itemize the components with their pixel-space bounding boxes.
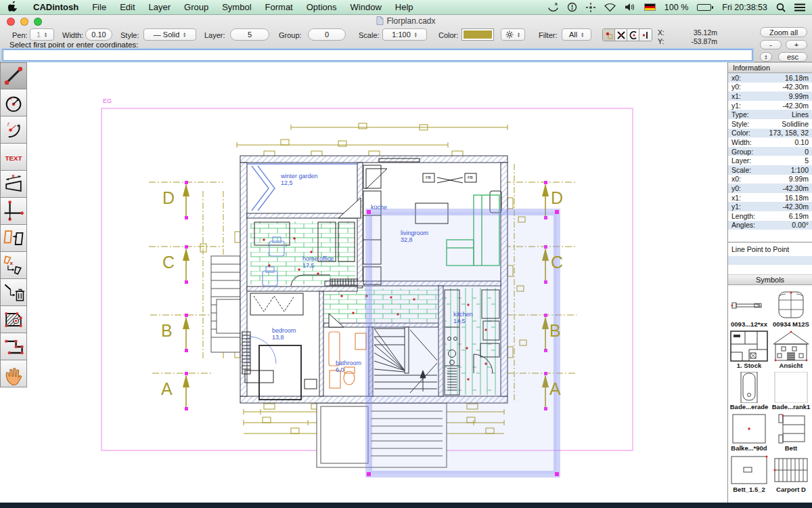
ortho-line-tool[interactable] xyxy=(0,198,27,225)
symbol-item[interactable]: Bade...rank1 xyxy=(770,372,812,410)
settings-dropdown[interactable]: ▲▼ xyxy=(501,28,525,41)
menu-file[interactable]: File xyxy=(85,2,113,12)
menu-options[interactable]: Options xyxy=(300,2,344,12)
svg-text:TEXT: TEXT xyxy=(5,154,22,161)
symbol-item[interactable]: Bett_1.5_2 xyxy=(728,454,770,493)
grid-letter-c-left: C xyxy=(162,253,175,272)
menubar-clock[interactable]: Fri 20:38:53 xyxy=(722,3,767,12)
arc-tool[interactable]: r xyxy=(0,117,27,144)
dimension-tool[interactable]: x xyxy=(0,171,27,198)
group-field[interactable]: 0 xyxy=(308,28,346,41)
pan-tool[interactable] xyxy=(0,360,27,387)
zoom-out-button[interactable]: - xyxy=(760,40,782,49)
grid-letter-a-left: A xyxy=(161,379,173,399)
symbol-item[interactable]: Bade...erade xyxy=(728,372,770,410)
scale-dropdown[interactable]: 1:100▲▼ xyxy=(382,28,427,41)
info-row: Group:0 xyxy=(728,147,812,156)
history-stepper[interactable]: ▲▼ xyxy=(760,52,772,62)
wifi-icon[interactable] xyxy=(604,3,616,12)
beam-symbol-thumbnail xyxy=(731,413,767,444)
page-label: EG xyxy=(103,98,112,104)
pen-stepper[interactable]: 1▲▼ xyxy=(30,28,54,41)
esc-button[interactable]: esc xyxy=(778,52,807,62)
information-rows: x0:16.18m y0:-42.30m x1:9.99m y1:-42.30m… xyxy=(728,73,812,230)
menu-edit[interactable]: Edit xyxy=(113,2,141,12)
snap-endpoint-button[interactable] xyxy=(639,29,652,41)
zoom-in-button[interactable]: + xyxy=(786,40,807,49)
symbol-item[interactable]: Ansicht xyxy=(770,331,812,369)
room-label-kueche: küche xyxy=(371,205,387,211)
cursor-x-value: 35.12m xyxy=(680,28,717,37)
snap-intersection-button[interactable] xyxy=(615,29,627,41)
svg-text:x: x xyxy=(10,260,14,266)
apple-menu[interactable] xyxy=(0,1,26,14)
text-tool-icon: TEXT xyxy=(1,145,26,169)
filter-dropdown[interactable]: All▲▼ xyxy=(562,28,591,41)
color-swatch[interactable] xyxy=(461,28,494,41)
symbol-item[interactable]: 00934 M12S xyxy=(770,289,812,328)
line-tool-icon xyxy=(1,64,26,88)
copy-tool[interactable] xyxy=(0,225,27,252)
selection-overlay[interactable] xyxy=(369,212,557,474)
style-label: Style: xyxy=(120,31,139,39)
notification-center-icon[interactable] xyxy=(794,3,805,12)
svg-text:x: x xyxy=(12,173,15,179)
info-row: x1:16.18m xyxy=(728,193,812,203)
symbol-item[interactable]: Bett xyxy=(770,413,812,452)
menu-group[interactable]: Group xyxy=(177,2,215,12)
layer-field[interactable]: 5 xyxy=(230,28,269,41)
grid-letter-b-left: B xyxy=(161,321,173,341)
spotlight-search-icon[interactable] xyxy=(776,3,786,12)
menu-format[interactable]: Format xyxy=(258,2,300,12)
info-row: x0:16.18m xyxy=(728,73,812,83)
scale-label: Scale: xyxy=(359,31,380,39)
carport-symbol-thumbnail xyxy=(773,454,809,486)
hatch-tool[interactable] xyxy=(0,306,27,333)
menu-help[interactable]: Help xyxy=(388,2,420,12)
volume-icon[interactable] xyxy=(625,3,635,12)
polyline-tool[interactable] xyxy=(0,333,27,360)
arc-tool-icon: r xyxy=(1,118,26,142)
symbols-grid: 0093...12*xx 00934 M12S 1. Stock Ansicht… xyxy=(728,285,812,493)
snap-grid-button[interactable] xyxy=(603,29,615,41)
symbol-item[interactable]: 1. Stock xyxy=(728,331,770,369)
style-dropdown[interactable]: — Solid▲▼ xyxy=(143,28,196,41)
coordinate-input[interactable] xyxy=(3,49,752,61)
circle-tool[interactable]: r xyxy=(0,89,27,117)
window-title: Florplan.cadx xyxy=(0,16,812,26)
apple-icon xyxy=(8,1,17,12)
text-tool[interactable]: TEXT xyxy=(0,144,27,171)
phone-icon[interactable] xyxy=(548,3,558,12)
menu-symbol[interactable]: Symbol xyxy=(215,2,258,12)
zoom-all-button[interactable]: Zoom all xyxy=(760,27,807,37)
bed-symbol-thumbnail xyxy=(775,413,807,444)
grid-letter-a-right: A xyxy=(549,379,561,399)
line-tool[interactable] xyxy=(0,62,27,89)
floorplan-symbol-thumbnail xyxy=(730,331,768,362)
width-field[interactable]: 0.10 xyxy=(85,28,112,41)
symbol-item[interactable]: Carport D xyxy=(770,454,812,493)
info-row: Type:Lines xyxy=(728,110,812,119)
layer-label: Layer: xyxy=(204,31,225,39)
change-pen-tool[interactable]: x xyxy=(0,252,27,279)
symbol-item[interactable]: 0093...12*xx xyxy=(728,289,770,328)
battery-icon[interactable] xyxy=(697,4,713,11)
room-label-bathroom: bathroom6,0 xyxy=(336,360,361,374)
menu-app[interactable]: CADintosh xyxy=(26,2,85,12)
snap-mode-group xyxy=(602,28,652,41)
drawing-canvas[interactable]: EG D C B A D C B A winter garden12,5 küc… xyxy=(0,62,727,508)
symbol-item[interactable]: Balke...*90d xyxy=(728,413,770,452)
german-flag-input-icon[interactable] xyxy=(644,3,656,11)
change-pen-tool-icon: x xyxy=(1,253,26,278)
menu-layer[interactable]: Layer xyxy=(142,2,178,12)
menu-window[interactable]: Window xyxy=(344,2,388,12)
grid-letter-c-right: C xyxy=(551,253,563,272)
title-bar[interactable]: Florplan.cadx xyxy=(0,15,812,27)
snap-center-button[interactable] xyxy=(627,29,639,41)
location-icon[interactable] xyxy=(586,3,595,12)
info-row: Scale:1:100 xyxy=(728,165,812,175)
sync-status-icon[interactable] xyxy=(567,2,577,12)
delete-tool[interactable] xyxy=(0,279,27,306)
information-panel-header[interactable]: Information xyxy=(728,62,812,73)
symbols-panel-header[interactable]: Symbols xyxy=(728,274,812,285)
